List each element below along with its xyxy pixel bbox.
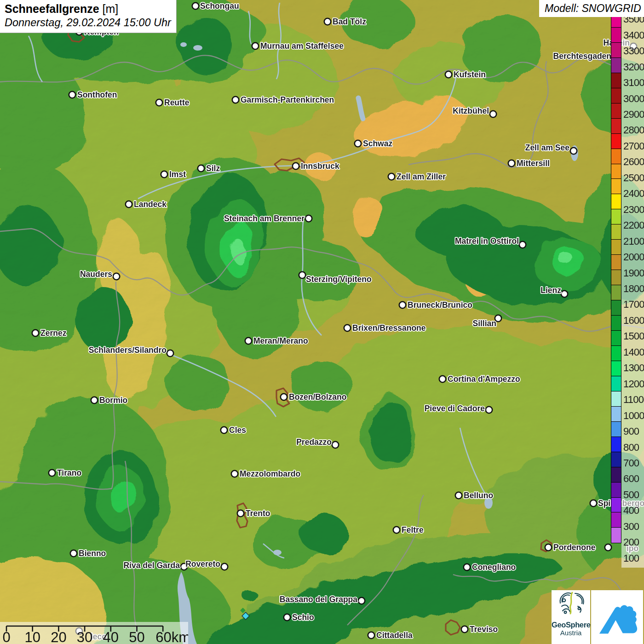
page-title: Schneefallgrenze [m]: [5, 2, 172, 16]
colorbar-tick-label: 1900: [623, 268, 644, 278]
city-dot: [221, 427, 227, 433]
colorbar-tick-label: 3000: [623, 94, 644, 104]
colorbar-segment: [611, 345, 621, 361]
colorbar-segment: [611, 300, 621, 316]
city-dot: [399, 302, 406, 308]
title-datetime: Donnerstag, 29.02.2024 15:00 Uhr: [5, 17, 172, 29]
colorbar-tick-label: 2800: [623, 126, 644, 136]
mountain-cloud-shape: [599, 605, 637, 633]
city-label: Silz: [206, 164, 220, 173]
scale-tick-label: 30: [77, 629, 92, 644]
city-label: Schwaz: [363, 139, 392, 148]
city-dot: [368, 632, 374, 638]
colorbar-segment: [611, 209, 621, 224]
city-dot: [305, 215, 312, 222]
city-label: Bruneck/Brunico: [408, 300, 472, 310]
city-dot: [69, 92, 75, 98]
colorbar-tick-label: 800: [623, 443, 639, 453]
colorbar-tick-label: 3300: [623, 46, 644, 56]
city-label: Belluno: [464, 491, 493, 500]
city-dot: [605, 544, 611, 551]
colorbar-segment: [611, 512, 621, 528]
city-label: Riva del Garda: [123, 561, 180, 570]
city-label: Murnau am Staffelsee: [260, 41, 344, 51]
title-unit: [m]: [99, 2, 119, 15]
city-dot: [281, 394, 287, 400]
colorbar-tick-label: 2400: [623, 189, 644, 199]
colorbar-segment: [611, 239, 621, 255]
city-label: Sterzing/Vipiteno: [306, 275, 372, 284]
city-label: Landeck: [134, 200, 167, 209]
city-label: Cortina d'Ampezzo: [448, 374, 520, 384]
colorbar-segment: [611, 406, 621, 422]
colorbar-segment: [611, 164, 621, 179]
city-label: Innsbruck: [301, 161, 339, 171]
city-dot: [293, 163, 299, 169]
colorbar-segment: [611, 421, 621, 437]
city-dot: [237, 510, 244, 517]
city-dot: [126, 201, 132, 207]
colorbar-segment: [611, 482, 621, 498]
scale-tick-label: 20: [51, 629, 66, 644]
city-dot: [91, 397, 98, 403]
city-dot: [70, 550, 77, 557]
colorbar-segment: [611, 376, 621, 391]
city-dot: [561, 291, 568, 297]
colorbar-segment: [611, 149, 621, 164]
title-main: Schneefallgrenze: [5, 2, 99, 15]
city-label: Schongau: [200, 1, 239, 11]
city-label: Brixen/Bressanone: [352, 323, 426, 333]
city-label: Imst: [169, 170, 186, 179]
colorbar-tick-label: 200: [623, 537, 639, 547]
colorbar-segment: [611, 391, 621, 407]
city-dot: [299, 272, 305, 278]
city-dot: [232, 97, 239, 103]
city-label: Berchtesgaden: [553, 52, 611, 61]
city-dot: [231, 471, 238, 477]
city-dot: [252, 43, 259, 49]
colorbar-tick-label: 3200: [623, 62, 644, 72]
city-label: Bormio: [99, 396, 127, 405]
city-dot: [455, 492, 462, 499]
colorbar-tick-label: 1700: [623, 300, 644, 310]
colorbar-tick-label: 2200: [623, 220, 644, 230]
scale-tick-label: 0: [2, 629, 10, 644]
colorbar-segment: [611, 73, 621, 88]
city-label: Bozen/Bolzano: [289, 392, 346, 402]
city-label: Reutte: [164, 98, 190, 107]
city-dot: [464, 564, 470, 570]
city-dot: [32, 330, 39, 336]
colorbar-segment: [611, 58, 621, 73]
colorbar-tick-label: 1200: [623, 379, 644, 389]
colorbar-tick-label: 1300: [623, 363, 644, 373]
weather-map: SchongauBad TölzKemptenMurnau am Staffel…: [0, 0, 644, 644]
city-label: Schlanders/Silandro: [89, 345, 167, 355]
colorbar-tick-label: 600: [623, 474, 639, 484]
city-label: Sonthofen: [77, 90, 117, 99]
city-dot: [445, 71, 452, 78]
colorbar-tick-label: 1600: [623, 316, 644, 326]
colorbar-tick-label: 700: [623, 458, 639, 468]
city-label: Kitzbühel: [453, 106, 489, 115]
city-dot: [388, 173, 395, 180]
colorbar-tick-label: 1500: [623, 331, 644, 341]
colorbar-segment: [611, 467, 621, 483]
colorbar-tick-label: 900: [623, 426, 639, 437]
title-box: Schneefallgrenze [m] Donnerstag, 29.02.2…: [0, 0, 177, 33]
colorbar-segment: [611, 315, 621, 331]
scale-tick-label: 10: [24, 629, 40, 644]
city-dot: [519, 242, 526, 248]
colorbar-tick-label: 2900: [623, 109, 644, 120]
city-dot: [461, 626, 468, 632]
city-label: Bassano del Grappa: [280, 595, 357, 604]
scale-tick-label: 60km: [155, 629, 188, 644]
city-label: Matrei in Osttirol: [455, 236, 519, 246]
colorbar-segment: [611, 270, 621, 285]
colorbar-tick-label: 1800: [623, 284, 644, 294]
city-dot: [358, 598, 365, 604]
geosphere-contours-icon: [557, 590, 585, 619]
city-dot: [439, 376, 446, 382]
scale-tick-label: 50: [129, 629, 144, 644]
colorbar-tick-label: 2700: [623, 141, 644, 151]
city-label: Schio: [292, 613, 314, 622]
